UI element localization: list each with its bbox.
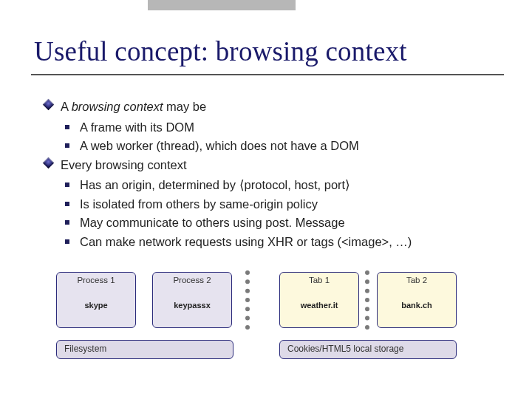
text-suffix: may be (163, 100, 207, 113)
text-italic: browsing context (72, 100, 163, 113)
sub-bullet-isolated: Is isolated from others by same-origin p… (61, 195, 517, 214)
sub-bullet-web-worker: A web worker (thread), which does not ha… (61, 137, 517, 156)
square-icon (65, 239, 69, 244)
box-cookies-storage: Cookies/HTML5 local storage (279, 340, 457, 359)
box-tab-2: Tab 2 bank.ch (377, 272, 457, 328)
box-label: Tab 1 (280, 276, 358, 284)
title-underline (31, 74, 504, 75)
box-process-2: Process 2 keypassx (152, 272, 232, 328)
sub-bullet-text: Can make network requests using XHR or t… (80, 235, 412, 248)
box-label: Tab 2 (378, 276, 456, 284)
text-prefix: A (61, 100, 72, 113)
sub-bullet-xhr: Can make network requests using XHR or t… (61, 233, 517, 252)
sub-bullet-text: Has an origin, determined by ⟨protocol, … (80, 178, 350, 191)
diamond-icon (43, 157, 55, 168)
vertical-separator (365, 270, 369, 330)
sub-bullet-postmessage: May communicate to others using post. Me… (61, 214, 517, 233)
page-title: Useful concept: browsing context (34, 35, 407, 67)
slide: Useful concept: browsing context A brows… (0, 0, 532, 399)
box-tab-1: Tab 1 weather.it (279, 272, 359, 328)
diamond-icon (43, 99, 55, 111)
sub-bullet-text: A frame with its DOM (80, 120, 194, 134)
bullet-text: A browsing context may be (61, 100, 206, 113)
box-app-name: keypassx (153, 301, 231, 310)
bullet-every-browsing-context: Every browsing context (44, 156, 517, 175)
box-label: Process 2 (153, 276, 231, 284)
bullet-browsing-context-may-be: A browsing context may be (44, 98, 517, 117)
sub-bullet-origin: Has an origin, determined by ⟨protocol, … (61, 176, 517, 195)
diagram-row-processes: Process 1 skype Process 2 keypassx Tab 1… (56, 272, 499, 330)
vertical-separator (245, 270, 250, 330)
sub-bullet-text: A web worker (thread), which does not ha… (80, 139, 359, 152)
square-icon (65, 143, 69, 148)
square-icon (65, 220, 69, 225)
bullet-text: Every browsing context (61, 158, 187, 171)
box-filesystem: Filesystem (56, 340, 233, 359)
box-app-name: bank.ch (378, 301, 456, 310)
diagram: Process 1 skype Process 2 keypassx Tab 1… (56, 272, 499, 361)
diagram-row-storage: Filesystem Cookies/HTML5 local storage (56, 340, 499, 361)
sub-bullet-text: May communicate to others using post. Me… (80, 216, 345, 229)
square-icon (65, 183, 69, 187)
sub-bullet-frame-dom: A frame with its DOM (61, 118, 517, 137)
box-app-name: weather.it (280, 301, 358, 310)
sub-bullet-text: Is isolated from others by same-origin p… (80, 197, 318, 211)
content-area: A browsing context may be A frame with i… (44, 98, 517, 252)
box-app-name: skype (57, 301, 135, 310)
box-label: Process 1 (57, 276, 135, 284)
square-icon (65, 125, 69, 129)
square-icon (65, 202, 69, 206)
box-process-1: Process 1 skype (56, 272, 136, 328)
